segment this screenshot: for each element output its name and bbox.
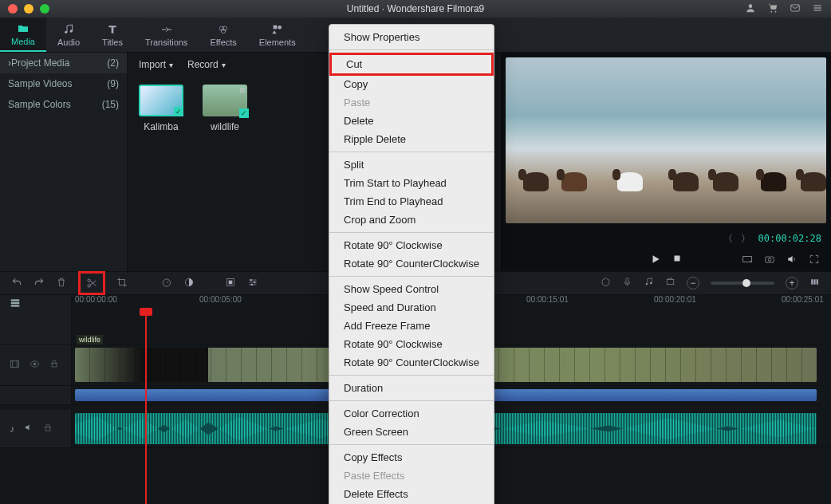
svg-point-28	[646, 283, 648, 285]
zoom-fit-icon[interactable]	[809, 277, 820, 289]
menu-item[interactable]: Trim Start to Playhead	[329, 174, 494, 192]
zoom-out-button[interactable]: −	[687, 277, 699, 289]
tab-media[interactable]: Media	[0, 18, 46, 52]
delete-button[interactable]	[56, 277, 67, 290]
tab-elements[interactable]: Elements	[248, 18, 307, 52]
menu-item[interactable]: Speed and Duration	[329, 298, 494, 317]
filmstrip-icon[interactable]	[10, 359, 20, 372]
menu-item[interactable]: Rotate 90° CounterClockwise	[329, 353, 494, 372]
mail-icon[interactable]	[790, 2, 801, 16]
sidebar-item-label: Project Media	[11, 57, 69, 69]
clip-thumbnail: ⊞✓	[203, 85, 247, 116]
menu-item[interactable]: Ripple Delete	[329, 130, 494, 148]
account-icon[interactable]	[745, 2, 756, 16]
menu-item[interactable]: Split	[329, 156, 494, 174]
svg-point-7	[65, 30, 67, 33]
media-clip[interactable]: ♪✓ Kalimba	[139, 85, 183, 132]
snapshot-icon[interactable]	[764, 254, 775, 267]
speed-button[interactable]	[161, 277, 172, 290]
menu-item[interactable]: Rotate 90° Clockwise	[329, 335, 494, 353]
tab-titles[interactable]: Titles	[91, 18, 134, 52]
prev-frame-icon[interactable]: 〈	[723, 232, 733, 246]
clip-thumbnail: ♪✓	[139, 85, 183, 116]
chevron-down-icon: ▾	[169, 61, 173, 69]
menu-item[interactable]: Cut	[329, 53, 494, 76]
svg-rect-33	[817, 279, 818, 285]
split-button[interactable]	[78, 271, 105, 295]
stop-button[interactable]	[672, 254, 682, 267]
import-dropdown[interactable]: Import▾	[139, 59, 173, 70]
menu-item[interactable]: Add Freeze Frame	[329, 317, 494, 335]
undo-button[interactable]	[11, 277, 22, 290]
sidebar-item-sample-videos[interactable]: Sample Videos(9)	[0, 73, 127, 94]
music-icon[interactable]	[644, 277, 654, 289]
tab-transitions[interactable]: Transitions	[134, 18, 199, 52]
crop-button[interactable]	[116, 277, 128, 290]
svg-rect-15	[743, 256, 752, 262]
minimize-window-button[interactable]	[24, 4, 33, 14]
track-manager-icon[interactable]	[10, 297, 21, 310]
sidebar-count: (9)	[107, 78, 119, 89]
cart-icon[interactable]	[767, 2, 778, 16]
clip-name: Kalimba	[144, 121, 178, 132]
menu-item[interactable]: Delete	[329, 112, 494, 130]
window-title: Untitled · Wondershare Filmora9	[347, 3, 485, 14]
svg-rect-4	[813, 5, 821, 6]
screenshot-export-icon[interactable]	[742, 254, 753, 267]
adjust-button[interactable]	[247, 277, 258, 290]
music-icon[interactable]: ♪	[10, 423, 14, 435]
zoom-window-button[interactable]	[40, 4, 49, 14]
zoom-slider[interactable]	[711, 282, 774, 285]
svg-point-17	[768, 258, 771, 261]
play-button[interactable]	[650, 254, 661, 267]
green-screen-button[interactable]	[225, 277, 236, 290]
svg-rect-14	[675, 255, 680, 261]
menu-separator	[329, 49, 494, 50]
marker-icon[interactable]	[601, 277, 611, 289]
lock-icon[interactable]	[49, 359, 59, 371]
lock-icon[interactable]	[43, 423, 53, 435]
media-clip[interactable]: ⊞✓ wildlife	[203, 85, 247, 132]
ruler-mark: 00:00:05:00	[199, 295, 242, 304]
menu-item[interactable]: Copy Effects	[329, 448, 494, 467]
color-button[interactable]	[183, 277, 195, 290]
menu-item[interactable]: Duration	[329, 379, 494, 397]
tab-label: Media	[11, 37, 35, 46]
tab-audio[interactable]: Audio	[46, 18, 91, 52]
eye-icon[interactable]	[30, 359, 40, 372]
close-window-button[interactable]	[8, 4, 18, 14]
voiceover-icon[interactable]	[622, 277, 632, 289]
tab-effects[interactable]: Effects	[199, 18, 247, 52]
sidebar-item-sample-colors[interactable]: Sample Colors(15)	[0, 94, 127, 115]
zoom-in-button[interactable]: +	[786, 277, 798, 289]
settings-icon[interactable]	[812, 2, 823, 16]
speaker-icon[interactable]	[24, 423, 33, 435]
menu-item[interactable]: Show Speed Control	[329, 280, 494, 298]
next-frame-icon[interactable]: 〉	[741, 232, 750, 246]
record-dropdown[interactable]: Record▾	[187, 59, 226, 70]
context-menu: Show PropertiesCutCopyPasteDeleteRipple …	[329, 24, 494, 504]
menu-item[interactable]: Color Correction	[329, 404, 494, 423]
playhead[interactable]	[145, 313, 147, 504]
sidebar-count: (15)	[102, 99, 119, 110]
menu-item[interactable]: Copy	[329, 75, 494, 93]
menu-item[interactable]: Delete Effects	[329, 485, 494, 503]
ruler-mark: 00:00:00:00	[75, 295, 117, 304]
sidebar-item-project-media[interactable]: ›Project Media(2)	[0, 53, 127, 73]
fullscreen-icon[interactable]	[809, 254, 820, 267]
menu-item[interactable]: Rotate 90° CounterClockwise	[329, 254, 494, 273]
menu-item[interactable]: Trim End to Playhead	[329, 192, 494, 211]
svg-point-2	[775, 10, 777, 12]
menu-item[interactable]: Green Screen	[329, 423, 494, 441]
redo-button[interactable]	[33, 277, 45, 290]
render-icon[interactable]	[665, 277, 675, 289]
checkmark-icon: ✓	[239, 108, 249, 118]
svg-rect-40	[45, 427, 50, 431]
preview-viewport[interactable]	[506, 57, 826, 223]
menu-item[interactable]: Rotate 90° Clockwise	[329, 236, 494, 254]
svg-point-18	[88, 285, 90, 287]
menu-item: Paste	[329, 93, 494, 112]
menu-item[interactable]: Crop and Zoom	[329, 211, 494, 229]
menu-item[interactable]: Show Properties	[329, 28, 494, 46]
volume-icon[interactable]	[786, 254, 798, 267]
